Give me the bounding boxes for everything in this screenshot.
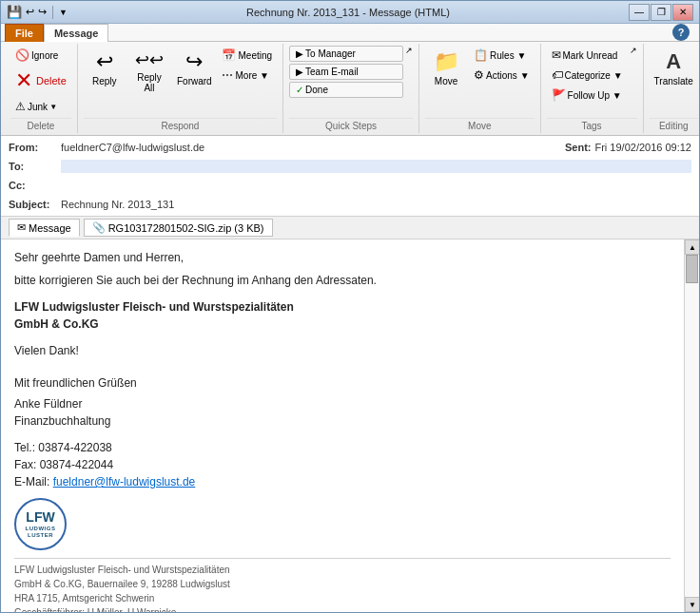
from-row: From: fueldnerC7@lfw-ludwigslust.de Sent… bbox=[9, 138, 691, 157]
dept: Finanzbuchhaltung bbox=[14, 412, 671, 430]
rules-button[interactable]: 📋 Rules ▼ bbox=[469, 46, 534, 65]
tab-message[interactable]: Message bbox=[44, 24, 108, 42]
move-icon: 📁 bbox=[434, 49, 459, 74]
reply-all-button[interactable]: ↩↩ Reply All bbox=[127, 46, 171, 97]
greeting: Sehr geehrte Damen und Herren, bbox=[14, 249, 671, 266]
email-body: Sehr geehrte Damen und Herren, bitte kor… bbox=[1, 239, 684, 612]
categorize-icon: 🏷 bbox=[552, 68, 563, 82]
tags-expand-icon[interactable]: ↗ bbox=[630, 46, 637, 55]
done-icon: ✓ bbox=[296, 85, 303, 95]
more-button[interactable]: ⋯ More ▼ bbox=[217, 66, 277, 85]
close-button[interactable]: ✕ bbox=[672, 4, 693, 21]
attachment-label: RG103172801502-SIG.zip (3 KB) bbox=[108, 222, 264, 234]
attachment-icon: 📎 bbox=[92, 221, 106, 234]
footer-line4: Geschäftsführer: U.Müller, U.Warnicke bbox=[14, 605, 671, 612]
sent-label: Sent: bbox=[565, 142, 592, 153]
close-icon: ✕ bbox=[679, 7, 687, 17]
window-controls: — ❐ ✕ bbox=[629, 4, 693, 21]
email-body-container: Sehr geehrte Damen und Herren, bitte kor… bbox=[1, 239, 699, 612]
quicksteps-group-label: Quick Steps bbox=[289, 118, 413, 131]
tab-file[interactable]: File bbox=[5, 24, 44, 42]
company-line1: LFW Ludwigsluster Fleisch- und Wurstspez… bbox=[14, 298, 671, 316]
quick-more-icon[interactable]: ▼ bbox=[59, 8, 68, 17]
tel: Tel.: 03874-422038 bbox=[14, 439, 671, 456]
email-link[interactable]: fueldner@lfw-ludwigslust.de bbox=[53, 475, 196, 488]
move-button[interactable]: 📁 Move bbox=[425, 46, 467, 90]
more-icon: ⋯ bbox=[222, 68, 233, 82]
delete-button[interactable]: ✕ Delete bbox=[10, 66, 71, 96]
forward-button[interactable]: ↪ Forward bbox=[173, 46, 215, 90]
ribbon-group-move: 📁 Move 📋 Rules ▼ ⚙ Actions ▼ bbox=[419, 44, 540, 133]
undo-icon[interactable]: ↩ bbox=[26, 6, 34, 18]
follow-up-button[interactable]: 🚩 Follow Up ▼ bbox=[547, 86, 628, 105]
ignore-icon: 🚫 bbox=[15, 48, 29, 62]
reply-all-icon: ↩↩ bbox=[135, 49, 164, 70]
message-tab-label: Message bbox=[29, 222, 71, 234]
meeting-icon: 📅 bbox=[222, 48, 236, 62]
rules-icon: 📋 bbox=[474, 48, 488, 62]
attachment-tabs: ✉ Message 📎 RG103172801502-SIG.zip (3 KB… bbox=[1, 217, 699, 239]
ribbon-group-tags: ✉ Mark Unread 🏷 Categorize ▼ 🚩 Follow Up… bbox=[541, 44, 644, 133]
follow-up-icon: 🚩 bbox=[552, 88, 566, 102]
footer-line3: HRA 1715, Amtsgericht Schwerin bbox=[14, 591, 671, 605]
attachment-tab[interactable]: 📎 RG103172801502-SIG.zip (3 KB) bbox=[84, 219, 273, 237]
junk-button[interactable]: ⚠ Junk ▼ bbox=[10, 97, 71, 116]
email-line: E-Mail: fueldner@lfw-ludwigslust.de bbox=[14, 473, 671, 490]
scroll-thumb[interactable] bbox=[686, 255, 698, 283]
junk-icon: ⚠ bbox=[15, 100, 26, 113]
to-manager-icon: ▶ bbox=[296, 48, 303, 59]
to-label: To: bbox=[9, 161, 61, 172]
categorize-button[interactable]: 🏷 Categorize ▼ bbox=[547, 66, 628, 85]
redo-icon[interactable]: ↪ bbox=[38, 6, 47, 18]
ribbon: File Message ? 🚫 Ignore bbox=[1, 24, 699, 136]
team-email-icon: ▶ bbox=[296, 67, 303, 77]
scroll-track[interactable] bbox=[685, 255, 699, 597]
to-value bbox=[61, 160, 691, 173]
minimize-button[interactable]: — bbox=[629, 4, 650, 21]
ribbon-content: 🚫 Ignore ✕ Delete ⚠ Junk ▼ bbox=[1, 42, 699, 135]
message-tab-icon: ✉ bbox=[17, 221, 26, 234]
ribbon-group-delete: 🚫 Ignore ✕ Delete ⚠ Junk ▼ bbox=[5, 44, 78, 133]
done-button[interactable]: ✓ Done bbox=[289, 82, 403, 98]
quicksteps-expand-icon[interactable]: ↗ bbox=[405, 46, 413, 55]
junk-dropdown-icon: ▼ bbox=[49, 103, 57, 111]
mark-unread-button[interactable]: ✉ Mark Unread bbox=[547, 46, 628, 65]
footer-line2: GmbH & Co.KG, Bauernailee 9, 19288 Ludwi… bbox=[14, 577, 671, 591]
subject-label: Subject: bbox=[9, 199, 61, 210]
restore-button[interactable]: ❐ bbox=[651, 4, 671, 21]
restore-icon: ❐ bbox=[657, 7, 666, 17]
cc-row: Cc: bbox=[9, 176, 691, 195]
delete-group-label: Delete bbox=[10, 118, 71, 131]
sent-value: Fri 19/02/2016 09:12 bbox=[594, 142, 691, 153]
from-label: From: bbox=[9, 142, 61, 153]
quick-separator bbox=[52, 6, 53, 19]
company-logo: LFW LUDWIGS LUSTER bbox=[14, 498, 67, 550]
ignore-button[interactable]: 🚫 Ignore bbox=[10, 46, 71, 65]
name: Anke Füldner bbox=[14, 395, 671, 412]
scroll-down-button[interactable]: ▼ bbox=[685, 597, 699, 612]
translate-button[interactable]: A Translate bbox=[650, 46, 698, 90]
ribbon-group-editing: A Translate Editing bbox=[644, 44, 700, 133]
ribbon-group-respond: ↩ Reply ↩↩ Reply All ↪ Forward 📅 bbox=[78, 44, 283, 133]
move-group-label: Move bbox=[425, 118, 534, 131]
reply-button[interactable]: ↩ Reply bbox=[84, 46, 126, 90]
title-bar: 💾 ↩ ↪ ▼ Rechnung Nr. 2013_131 - Message … bbox=[1, 1, 699, 24]
main-window: 💾 ↩ ↪ ▼ Rechnung Nr. 2013_131 - Message … bbox=[0, 0, 700, 613]
team-email-button[interactable]: ▶ Team E-mail bbox=[289, 64, 403, 80]
actions-icon: ⚙ bbox=[474, 68, 484, 82]
translate-icon: A bbox=[666, 49, 681, 74]
to-manager-button[interactable]: ▶ To Manager bbox=[289, 46, 403, 62]
editing-group-label: Editing bbox=[650, 118, 698, 131]
delete-icon: ✕ bbox=[15, 68, 32, 93]
subject-row: Subject: Rechnung Nr. 2013_131 bbox=[9, 195, 691, 214]
message-tab[interactable]: ✉ Message bbox=[9, 219, 80, 237]
cc-label: Cc: bbox=[9, 180, 61, 191]
actions-button[interactable]: ⚙ Actions ▼ bbox=[469, 66, 534, 85]
logo-text: LFW LUDWIGS LUSTER bbox=[26, 509, 56, 539]
scroll-up-button[interactable]: ▲ bbox=[685, 239, 699, 255]
meeting-button[interactable]: 📅 Meeting bbox=[217, 46, 277, 65]
title-text: Rechnung Nr. 2013_131 - Message (HTML) bbox=[71, 7, 625, 18]
save-icon[interactable]: 💾 bbox=[7, 5, 22, 19]
help-icon[interactable]: ? bbox=[672, 24, 690, 41]
footer-line1: LFW Ludwigsluster Fleisch- und Wurstspez… bbox=[14, 563, 671, 577]
